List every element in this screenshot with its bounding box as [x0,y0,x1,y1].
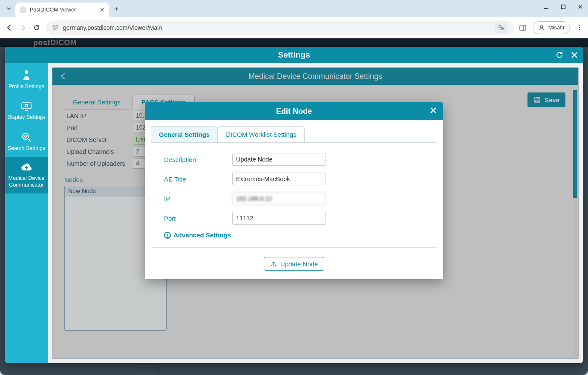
user-icon [538,24,545,31]
nav-label: Profile Settings [9,84,44,89]
close-icon[interactable] [570,51,579,59]
field-description: Description [164,153,424,166]
nav-display-settings[interactable]: Display Settings [5,95,48,126]
side-panel-icon[interactable] [519,24,527,32]
tab-search-dropdown[interactable] [5,5,13,12]
tab-dicom-worklist-settings[interactable]: DICOM Worklist Settings [218,126,305,142]
advanced-settings-label: Advanced Settings [173,231,231,239]
panel-title: Medical Device Communicator Settings [248,72,382,81]
svg-rect-1 [562,5,565,9]
refresh-icon[interactable] [555,50,564,60]
tab-general-settings[interactable]: General Settings [151,126,218,142]
label: IP [164,195,232,202]
svg-rect-3 [56,26,58,27]
field-port: Port [164,212,424,225]
save-button[interactable]: Save [527,92,565,107]
svg-point-16 [23,133,29,139]
site-settings-icon[interactable] [52,24,59,31]
port-input[interactable] [232,212,326,225]
svg-point-12 [25,70,28,74]
browser-toolbar: germany.postdicom.com/Viewer/Main Misafi… [0,17,588,38]
url-bar[interactable]: germany.postdicom.com/Viewer/Main [46,20,514,35]
nav-medical-device-communicator[interactable]: Medical Device Communicator [5,157,48,193]
settings-nav: Profile Settings Display Settings Search… [5,63,48,363]
profile-chip[interactable]: Misafir [533,21,570,34]
translate-icon[interactable] [495,23,507,33]
update-node-label: Update Node [280,260,318,268]
tab-general-settings[interactable]: General Settings [64,95,129,110]
panel-back-icon[interactable] [58,72,68,81]
settings-titlebar: Settings [5,47,583,63]
label: Number of Uploaders [65,160,133,167]
save-label: Save [545,96,559,104]
profile-name: Misafir [548,24,565,31]
cloud-upload-icon [20,163,32,173]
nav-search-settings[interactable]: Search Settings [5,126,48,157]
edit-node-modal: Edit Node General Settings DICOM Worklis… [145,102,443,279]
tab-close-icon[interactable]: ✕ [100,6,105,13]
app-area: postDICOM 5 (1 - 5) Settings [0,38,588,375]
description-input[interactable] [232,153,326,166]
svg-point-10 [579,27,580,28]
window-close-icon[interactable] [577,3,584,10]
label: DICOM Server [65,136,133,143]
nav-forward-button[interactable] [19,23,27,32]
label: Upload Channels [65,148,133,155]
brand-text: postDICOM [33,38,77,47]
browser-window: PostDICOM Viewer ✕ ＋ germany.postdicom.c… [0,0,588,375]
panel-scrollbar[interactable] [573,87,577,357]
maximize-icon[interactable] [560,3,567,10]
svg-point-9 [579,25,580,26]
field-ae-title: AE Title [164,173,424,185]
nav-profile-settings[interactable]: Profile Settings [5,63,48,95]
kebab-menu-icon[interactable] [576,24,583,31]
label: Description [164,156,232,163]
edit-node-header: Edit Node [145,102,443,120]
svg-rect-13 [22,103,31,109]
panel-header: Medical Device Communicator Settings [52,68,578,85]
advanced-settings-link[interactable]: + Advanced Settings [164,231,424,239]
label: Port [164,215,232,222]
svg-point-8 [540,25,542,27]
settings-title: Settings [278,50,310,60]
label: AE Title [164,176,232,183]
svg-rect-6 [520,25,526,30]
nav-reload-button[interactable] [32,23,41,32]
edit-node-close-icon[interactable] [429,106,438,115]
plus-circle-icon: + [164,232,171,239]
app-header-hint: postDICOM [0,38,588,47]
scrollbar-thumb[interactable] [573,90,577,198]
browser-tab-bar: PostDICOM Viewer ✕ ＋ [0,0,588,17]
save-icon [533,96,541,104]
svg-rect-20 [536,100,539,102]
monitor-icon [20,101,32,112]
window-controls [543,3,584,10]
footer-fragment: 5 (1 - 5) [141,366,160,372]
search-gear-icon [21,132,32,143]
svg-line-17 [28,139,31,141]
ip-input[interactable] [232,192,326,205]
new-tab-button[interactable]: ＋ [112,3,120,14]
edit-node-tabs: General Settings DICOM Worklist Settings [145,120,443,142]
label: LAN IP [65,112,133,119]
nav-back-button[interactable] [5,23,14,32]
minimize-icon[interactable] [543,3,550,10]
url-text: germany.postdicom.com/Viewer/Main [63,24,491,31]
edit-node-form: Description AE Title IP ✔ Port + [151,142,437,248]
svg-rect-19 [536,97,539,99]
ae-title-input[interactable] [232,173,326,185]
app-footer-hint: 5 (1 - 5) [0,363,588,375]
nav-label: Search Settings [8,145,45,151]
update-node-button[interactable]: Update Node [264,257,324,271]
edit-node-title: Edit Node [276,107,312,116]
svg-point-18 [25,136,27,138]
tab-title: PostDICOM Viewer [30,7,76,13]
svg-point-11 [579,29,580,30]
svg-rect-2 [53,26,55,27]
upload-icon [270,260,277,267]
label: Port [65,124,133,131]
tab-favicon [20,6,26,13]
nav-label: Display Settings [7,114,46,120]
person-icon [21,69,32,81]
browser-tab-active[interactable]: PostDICOM Viewer ✕ [15,3,109,17]
